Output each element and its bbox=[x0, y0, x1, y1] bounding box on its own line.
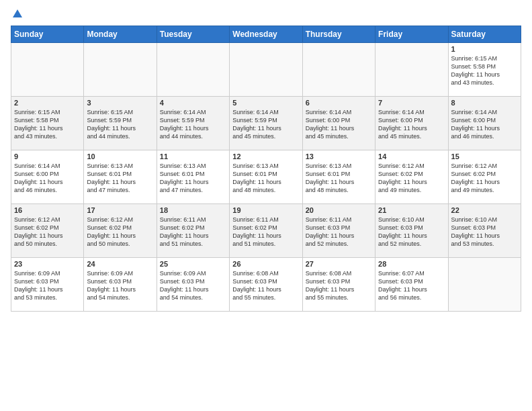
day-number: 25 bbox=[160, 260, 226, 268]
day-info: Sunrise: 6:13 AM Sunset: 6:01 PM Dayligh… bbox=[160, 162, 226, 195]
day-number: 28 bbox=[378, 260, 445, 268]
day-number: 2 bbox=[14, 99, 81, 107]
calendar-table: SundayMondayTuesdayWednesdayThursdayFrid… bbox=[11, 26, 521, 312]
day-number: 16 bbox=[14, 206, 81, 214]
day-info: Sunrise: 6:10 AM Sunset: 6:03 PM Dayligh… bbox=[451, 216, 518, 248]
calendar-cell: 20Sunrise: 6:11 AM Sunset: 6:03 PM Dayli… bbox=[302, 204, 375, 258]
day-number: 20 bbox=[306, 206, 372, 214]
calendar-cell: 27Sunrise: 6:08 AM Sunset: 6:03 PM Dayli… bbox=[302, 258, 375, 312]
day-info: Sunrise: 6:11 AM Sunset: 6:02 PM Dayligh… bbox=[160, 216, 226, 248]
day-number: 13 bbox=[306, 152, 372, 161]
calendar-cell: 9Sunrise: 6:14 AM Sunset: 6:00 PM Daylig… bbox=[11, 150, 84, 204]
day-info: Sunrise: 6:15 AM Sunset: 5:58 PM Dayligh… bbox=[14, 108, 81, 141]
day-info: Sunrise: 6:14 AM Sunset: 6:00 PM Dayligh… bbox=[378, 108, 445, 141]
day-number: 3 bbox=[87, 99, 153, 107]
day-info: Sunrise: 6:14 AM Sunset: 6:00 PM Dayligh… bbox=[451, 108, 518, 141]
calendar-cell bbox=[11, 43, 84, 97]
day-info: Sunrise: 6:12 AM Sunset: 6:02 PM Dayligh… bbox=[87, 216, 153, 248]
day-number: 14 bbox=[378, 152, 445, 161]
day-info: Sunrise: 6:09 AM Sunset: 6:03 PM Dayligh… bbox=[87, 269, 153, 302]
calendar-cell bbox=[84, 43, 157, 97]
day-info: Sunrise: 6:15 AM Sunset: 5:58 PM Dayligh… bbox=[451, 54, 518, 87]
weekday-header-thursday: Thursday bbox=[302, 26, 375, 43]
calendar-cell: 28Sunrise: 6:07 AM Sunset: 6:03 PM Dayli… bbox=[375, 258, 448, 312]
calendar-cell: 22Sunrise: 6:10 AM Sunset: 6:03 PM Dayli… bbox=[448, 204, 521, 258]
calendar-week-row: 16Sunrise: 6:12 AM Sunset: 6:02 PM Dayli… bbox=[11, 204, 521, 258]
day-info: Sunrise: 6:13 AM Sunset: 6:01 PM Dayligh… bbox=[87, 162, 153, 195]
day-number: 5 bbox=[232, 99, 299, 107]
day-number: 26 bbox=[232, 260, 299, 268]
day-number: 8 bbox=[451, 99, 518, 107]
day-info: Sunrise: 6:11 AM Sunset: 6:03 PM Dayligh… bbox=[306, 216, 372, 248]
day-info: Sunrise: 6:11 AM Sunset: 6:02 PM Dayligh… bbox=[232, 216, 299, 248]
calendar-cell bbox=[448, 258, 521, 312]
calendar-cell: 24Sunrise: 6:09 AM Sunset: 6:03 PM Dayli… bbox=[84, 258, 157, 312]
weekday-header-row: SundayMondayTuesdayWednesdayThursdayFrid… bbox=[11, 26, 521, 43]
day-number: 21 bbox=[378, 206, 445, 214]
page-container: SundayMondayTuesdayWednesdayThursdayFrid… bbox=[0, 0, 532, 411]
svg-marker-0 bbox=[13, 9, 22, 17]
calendar-cell: 11Sunrise: 6:13 AM Sunset: 6:01 PM Dayli… bbox=[157, 150, 229, 204]
calendar-cell: 8Sunrise: 6:14 AM Sunset: 6:00 PM Daylig… bbox=[448, 97, 521, 150]
weekday-header-tuesday: Tuesday bbox=[157, 26, 229, 43]
day-info: Sunrise: 6:14 AM Sunset: 5:59 PM Dayligh… bbox=[232, 108, 299, 141]
day-info: Sunrise: 6:12 AM Sunset: 6:02 PM Dayligh… bbox=[378, 162, 445, 195]
day-info: Sunrise: 6:09 AM Sunset: 6:03 PM Dayligh… bbox=[160, 269, 226, 302]
day-info: Sunrise: 6:10 AM Sunset: 6:03 PM Dayligh… bbox=[378, 216, 445, 248]
weekday-header-saturday: Saturday bbox=[448, 26, 521, 43]
calendar-cell bbox=[157, 43, 229, 97]
day-number: 4 bbox=[160, 99, 226, 107]
logo-icon bbox=[11, 8, 24, 20]
day-number: 11 bbox=[160, 152, 226, 161]
calendar-cell bbox=[302, 43, 375, 97]
day-number: 9 bbox=[14, 152, 81, 161]
calendar-cell: 19Sunrise: 6:11 AM Sunset: 6:02 PM Dayli… bbox=[230, 204, 302, 258]
day-number: 10 bbox=[87, 152, 153, 161]
calendar-cell: 17Sunrise: 6:12 AM Sunset: 6:02 PM Dayli… bbox=[84, 204, 157, 258]
calendar-cell: 26Sunrise: 6:08 AM Sunset: 6:03 PM Dayli… bbox=[230, 258, 302, 312]
calendar-week-row: 23Sunrise: 6:09 AM Sunset: 6:03 PM Dayli… bbox=[11, 258, 521, 312]
calendar-cell: 23Sunrise: 6:09 AM Sunset: 6:03 PM Dayli… bbox=[11, 258, 84, 312]
weekday-header-sunday: Sunday bbox=[11, 26, 84, 43]
calendar-week-row: 2Sunrise: 6:15 AM Sunset: 5:58 PM Daylig… bbox=[11, 97, 521, 150]
calendar-week-row: 1Sunrise: 6:15 AM Sunset: 5:58 PM Daylig… bbox=[11, 43, 521, 97]
calendar-week-row: 9Sunrise: 6:14 AM Sunset: 6:00 PM Daylig… bbox=[11, 150, 521, 204]
calendar-cell: 2Sunrise: 6:15 AM Sunset: 5:58 PM Daylig… bbox=[11, 97, 84, 150]
calendar-cell: 3Sunrise: 6:15 AM Sunset: 5:59 PM Daylig… bbox=[84, 97, 157, 150]
calendar-cell: 6Sunrise: 6:14 AM Sunset: 6:00 PM Daylig… bbox=[302, 97, 375, 150]
day-number: 19 bbox=[232, 206, 299, 214]
day-info: Sunrise: 6:12 AM Sunset: 6:02 PM Dayligh… bbox=[451, 162, 518, 195]
calendar-cell: 16Sunrise: 6:12 AM Sunset: 6:02 PM Dayli… bbox=[11, 204, 84, 258]
calendar-cell: 15Sunrise: 6:12 AM Sunset: 6:02 PM Dayli… bbox=[448, 150, 521, 204]
day-info: Sunrise: 6:09 AM Sunset: 6:03 PM Dayligh… bbox=[14, 269, 81, 302]
day-number: 27 bbox=[306, 260, 372, 268]
calendar-cell bbox=[230, 43, 302, 97]
day-number: 7 bbox=[378, 99, 445, 107]
day-info: Sunrise: 6:13 AM Sunset: 6:01 PM Dayligh… bbox=[306, 162, 372, 195]
calendar-cell: 12Sunrise: 6:13 AM Sunset: 6:01 PM Dayli… bbox=[230, 150, 302, 204]
day-info: Sunrise: 6:13 AM Sunset: 6:01 PM Dayligh… bbox=[232, 162, 299, 195]
weekday-header-monday: Monday bbox=[84, 26, 157, 43]
day-number: 12 bbox=[232, 152, 299, 161]
day-info: Sunrise: 6:08 AM Sunset: 6:03 PM Dayligh… bbox=[306, 269, 372, 302]
logo bbox=[11, 8, 24, 20]
calendar-cell: 4Sunrise: 6:14 AM Sunset: 5:59 PM Daylig… bbox=[157, 97, 229, 150]
calendar-cell: 14Sunrise: 6:12 AM Sunset: 6:02 PM Dayli… bbox=[375, 150, 448, 204]
day-number: 18 bbox=[160, 206, 226, 214]
day-number: 23 bbox=[14, 260, 81, 268]
calendar-cell: 5Sunrise: 6:14 AM Sunset: 5:59 PM Daylig… bbox=[230, 97, 302, 150]
day-info: Sunrise: 6:15 AM Sunset: 5:59 PM Dayligh… bbox=[87, 108, 153, 141]
day-number: 22 bbox=[451, 206, 518, 214]
calendar-cell: 18Sunrise: 6:11 AM Sunset: 6:02 PM Dayli… bbox=[157, 204, 229, 258]
day-number: 6 bbox=[306, 99, 372, 107]
day-number: 24 bbox=[87, 260, 153, 268]
header bbox=[11, 8, 521, 20]
day-info: Sunrise: 6:14 AM Sunset: 5:59 PM Dayligh… bbox=[160, 108, 226, 141]
day-number: 1 bbox=[451, 45, 518, 53]
calendar-cell: 7Sunrise: 6:14 AM Sunset: 6:00 PM Daylig… bbox=[375, 97, 448, 150]
calendar-cell: 1Sunrise: 6:15 AM Sunset: 5:58 PM Daylig… bbox=[448, 43, 521, 97]
calendar-cell: 10Sunrise: 6:13 AM Sunset: 6:01 PM Dayli… bbox=[84, 150, 157, 204]
day-info: Sunrise: 6:08 AM Sunset: 6:03 PM Dayligh… bbox=[232, 269, 299, 302]
day-number: 17 bbox=[87, 206, 153, 214]
day-number: 15 bbox=[451, 152, 518, 161]
